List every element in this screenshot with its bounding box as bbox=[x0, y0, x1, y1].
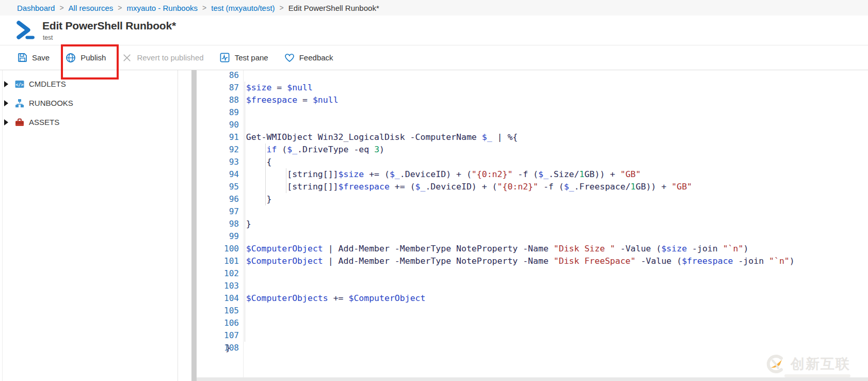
code-line[interactable]: $size = $null bbox=[226, 82, 868, 94]
breadcrumb-link[interactable]: test (mxyauto/test) bbox=[211, 4, 275, 12]
expand-arrow-icon bbox=[4, 100, 8, 106]
code-line[interactable] bbox=[226, 329, 868, 342]
indent-guide bbox=[245, 82, 245, 342]
main-content: </> CMDLETS RUNBOOKS ASSETS bbox=[0, 70, 868, 381]
code-editor[interactable]: 8687888990919293949596979899100101102103… bbox=[178, 70, 868, 381]
code-line[interactable] bbox=[226, 305, 868, 317]
code-line[interactable]: $ComputerObject | Add-Member -MemberType… bbox=[226, 255, 868, 267]
expand-arrow-icon bbox=[4, 119, 8, 125]
breadcrumb-separator-icon: > bbox=[280, 4, 284, 12]
watermark: 创新互联 bbox=[766, 354, 850, 374]
code-line[interactable]: Get-WMIObject Win32_LogicalDisk -Compute… bbox=[226, 131, 868, 144]
code-line[interactable] bbox=[226, 205, 868, 218]
sidebar-item-cmdlets[interactable]: </> CMDLETS bbox=[0, 74, 178, 93]
code-line[interactable] bbox=[226, 119, 868, 131]
breadcrumb-link[interactable]: mxyauto - Runbooks bbox=[126, 4, 198, 12]
code-line[interactable] bbox=[226, 267, 868, 280]
breadcrumb-separator-icon: > bbox=[202, 4, 206, 12]
revert-to-published-button[interactable]: Revert to published bbox=[122, 53, 203, 63]
code-line[interactable]: } bbox=[226, 342, 868, 354]
watermark-text: 创新互联 bbox=[791, 356, 850, 372]
svg-text:</>: </> bbox=[15, 82, 23, 87]
feedback-label: Feedback bbox=[299, 53, 333, 62]
publish-button[interactable]: Publish bbox=[66, 53, 106, 63]
page-subtitle: test bbox=[43, 34, 53, 41]
vertical-scrollbar[interactable] bbox=[191, 70, 197, 381]
watermark-logo-icon bbox=[766, 354, 785, 374]
indent-guide bbox=[286, 168, 286, 193]
breadcrumb-current: Edit PowerShell Runbook* bbox=[288, 4, 379, 12]
code-line[interactable] bbox=[226, 69, 868, 82]
code-line[interactable]: if ($_.DriveType -eq 3) bbox=[226, 144, 868, 156]
breadcrumb-link[interactable]: Dashboard bbox=[17, 4, 55, 12]
sidebar-item-label: ASSETS bbox=[29, 118, 59, 126]
feedback-button[interactable]: Feedback bbox=[284, 53, 333, 63]
code-line[interactable]: } bbox=[226, 193, 868, 205]
globe-icon bbox=[66, 53, 76, 63]
code-line[interactable]: [string[]]$freespace += ($_.DeviceID) + … bbox=[226, 181, 868, 193]
code-line[interactable]: $freespace = $null bbox=[226, 94, 868, 106]
code-line[interactable] bbox=[226, 106, 868, 119]
save-button[interactable]: Save bbox=[17, 53, 50, 63]
breadcrumb-link[interactable]: All resources bbox=[69, 4, 114, 12]
x-icon bbox=[122, 53, 132, 63]
sidebar-item-label: RUNBOOKS bbox=[29, 99, 73, 107]
horizontal-scrollbar[interactable] bbox=[197, 377, 868, 381]
editor-sidebar: </> CMDLETS RUNBOOKS ASSETS bbox=[0, 70, 178, 381]
code-line[interactable] bbox=[226, 317, 868, 329]
breadcrumb-separator-icon: > bbox=[59, 4, 63, 12]
save-icon bbox=[17, 53, 27, 63]
code-line[interactable] bbox=[226, 280, 868, 292]
code-line[interactable]: [string[]]$size += ($_.DeviceID) + ("{0:… bbox=[226, 168, 868, 181]
expand-arrow-icon bbox=[4, 81, 8, 87]
sidebar-item-label: CMDLETS bbox=[29, 80, 66, 88]
code-line[interactable] bbox=[226, 230, 868, 243]
code-icon: </> bbox=[15, 80, 24, 89]
publish-label: Publish bbox=[81, 53, 106, 62]
breadcrumb-separator-icon: > bbox=[118, 4, 122, 12]
heart-icon bbox=[284, 53, 295, 63]
toolbar: Save Publish Revert to published Test pa… bbox=[0, 45, 868, 70]
test-pane-button[interactable]: Test pane bbox=[220, 53, 268, 63]
sidebar-item-runbooks[interactable]: RUNBOOKS bbox=[0, 93, 178, 113]
breadcrumb: Dashboard>All resources>mxyauto - Runboo… bbox=[0, 0, 868, 15]
code-line[interactable]: $ComputerObject | Add-Member -MemberType… bbox=[226, 243, 868, 255]
save-label: Save bbox=[32, 53, 50, 62]
test-pane-label: Test pane bbox=[235, 53, 268, 62]
hierarchy-icon bbox=[15, 99, 24, 108]
title-bar: Edit PowerShell Runbook* test bbox=[0, 15, 868, 45]
test-pane-icon bbox=[220, 53, 230, 63]
revert-label: Revert to published bbox=[137, 53, 203, 62]
code-line[interactable]: } bbox=[226, 218, 868, 230]
code-line[interactable]: $ComputerObjects += $ComputerObject bbox=[226, 292, 868, 305]
toolbox-icon bbox=[15, 118, 24, 127]
indent-guide bbox=[265, 144, 266, 205]
watermark-subtext-bar bbox=[784, 374, 850, 377]
powershell-icon bbox=[16, 20, 38, 41]
code-line[interactable]: { bbox=[226, 156, 868, 168]
edit-runbook-window: Dashboard>All resources>mxyauto - Runboo… bbox=[0, 0, 868, 381]
sidebar-item-assets[interactable]: ASSETS bbox=[0, 113, 178, 132]
code-lines[interactable]: $size = $null $freespace = $null Get-WMI… bbox=[226, 69, 868, 354]
page-title: Edit PowerShell Runbook* bbox=[42, 20, 176, 32]
